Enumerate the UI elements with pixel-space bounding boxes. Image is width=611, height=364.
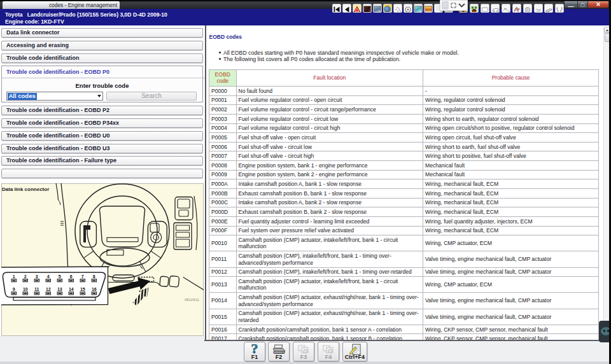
svg-text:9: 9	[13, 287, 15, 291]
svg-text:6: 6	[70, 274, 73, 279]
svg-text:3: 3	[36, 274, 38, 279]
svg-text:2: 2	[24, 274, 27, 279]
svg-text:7: 7	[81, 274, 84, 279]
svg-text:15: 15	[80, 287, 85, 291]
svg-text:11: 11	[34, 287, 39, 291]
svg-text:16: 16	[92, 287, 97, 291]
svg-text:5: 5	[59, 274, 61, 279]
svg-text:8: 8	[93, 274, 95, 279]
svg-text:1: 1	[13, 274, 15, 279]
svg-text:13: 13	[57, 287, 62, 291]
svg-text:12: 12	[46, 287, 51, 291]
svg-text:4: 4	[47, 274, 50, 279]
svg-text:AB12/9/11: AB12/9/11	[185, 298, 199, 302]
svg-text:14: 14	[69, 287, 74, 291]
svg-text:10: 10	[23, 287, 28, 291]
